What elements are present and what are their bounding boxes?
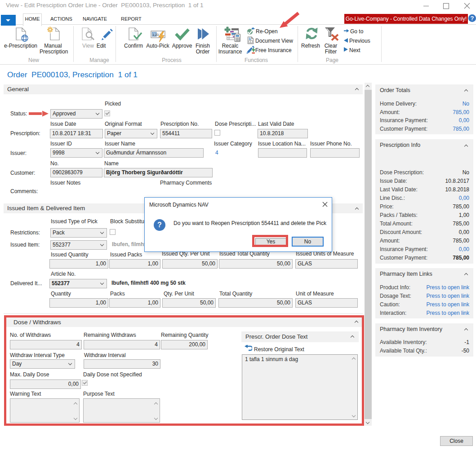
- svg-text:1,2: 1,2: [153, 33, 157, 36]
- svg-text:3,?: 3,?: [157, 33, 161, 36]
